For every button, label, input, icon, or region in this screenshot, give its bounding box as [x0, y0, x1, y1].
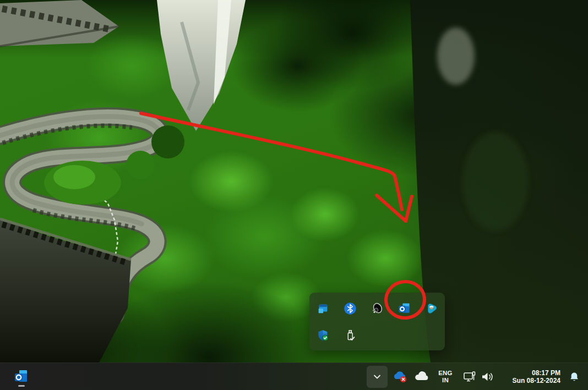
overflow-row-2: [312, 325, 361, 347]
tray-overflow-windows-security[interactable]: [312, 325, 334, 347]
taskbar-outlook-button[interactable]: [9, 366, 34, 388]
tray-overflow-outlook[interactable]: [393, 298, 415, 320]
onedrive-cloud-button[interactable]: [412, 363, 432, 390]
usb-eject-icon: [343, 328, 357, 343]
tray-overflow-usb-eject[interactable]: [339, 325, 361, 347]
tray-overflow-blue-app[interactable]: [312, 298, 334, 320]
language-line1: ENG: [438, 370, 453, 377]
overflow-row-1: [312, 298, 442, 320]
tray-overflow-bluetooth[interactable]: [339, 298, 361, 320]
network-button[interactable]: [460, 363, 479, 390]
onedrive-error-icon: [392, 370, 409, 384]
running-app-indicator: [18, 385, 25, 387]
volume-icon: [480, 370, 495, 383]
clock-time: 08:17 PM: [532, 369, 560, 377]
tray-overflow-flyout: [309, 293, 445, 350]
language-line2: IN: [442, 377, 449, 384]
blue-app-icon: [316, 301, 330, 316]
windows-security-icon: [316, 328, 330, 343]
notification-bell-icon: [568, 371, 580, 383]
clock-button[interactable]: 08:17 PM Sun 08-12-2024: [496, 363, 560, 390]
tray-overflow-teal-app[interactable]: [420, 298, 442, 320]
bluetooth-icon: [343, 301, 357, 316]
onedrive-error-button[interactable]: [390, 363, 411, 390]
notification-center-button[interactable]: [562, 363, 587, 390]
tray-overflow-chevron-button[interactable]: [367, 366, 388, 388]
desktop-wallpaper: [0, 0, 588, 362]
speaker-horn-icon: [370, 301, 384, 316]
chevron-down-icon: [373, 374, 381, 380]
outlook-icon: [397, 301, 411, 316]
network-display-icon: [462, 370, 477, 384]
teal-app-icon: [424, 301, 438, 316]
tray-overflow-audio[interactable]: [366, 298, 388, 320]
taskbar: ENG IN 08:17 PM Sun 08-12-2024: [0, 362, 588, 390]
clock-date: Sun 08-12-2024: [513, 377, 560, 384]
volume-button[interactable]: [478, 363, 497, 390]
language-indicator[interactable]: ENG IN: [434, 363, 457, 390]
outlook-icon: [13, 369, 30, 385]
onedrive-cloud-icon: [414, 371, 429, 382]
